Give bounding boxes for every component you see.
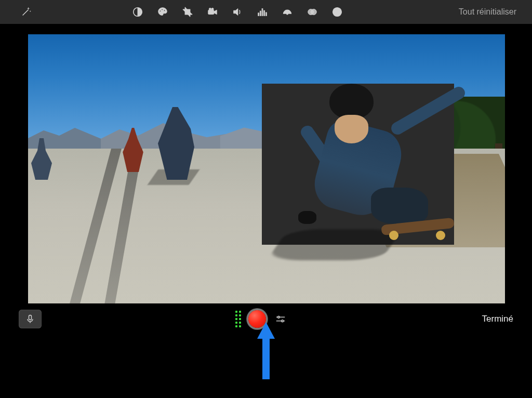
svg-rect-7 bbox=[258, 13, 259, 16]
equalizer-icon[interactable] bbox=[255, 4, 270, 20]
video-preview bbox=[28, 34, 505, 303]
video-editor-viewer: Tout réinitialiser bbox=[0, 0, 532, 398]
svg-point-18 bbox=[278, 316, 280, 319]
svg-point-3 bbox=[164, 10, 165, 11]
svg-point-5 bbox=[209, 8, 211, 10]
crop-icon[interactable] bbox=[180, 4, 195, 20]
svg-rect-8 bbox=[260, 11, 261, 16]
svg-rect-17 bbox=[29, 315, 32, 320]
svg-point-19 bbox=[282, 320, 284, 322]
speaker-icon[interactable] bbox=[230, 4, 245, 20]
overlap-circles-icon[interactable] bbox=[304, 4, 320, 20]
svg-point-6 bbox=[211, 8, 214, 10]
audio-level-icon bbox=[235, 311, 241, 327]
video-camera-icon[interactable] bbox=[205, 4, 220, 20]
svg-rect-9 bbox=[262, 9, 263, 16]
svg-point-16 bbox=[337, 9, 338, 10]
svg-point-14 bbox=[311, 9, 316, 15]
record-button[interactable] bbox=[248, 310, 266, 328]
microphone-button[interactable] bbox=[19, 310, 42, 328]
info-icon[interactable] bbox=[329, 4, 345, 20]
svg-point-1 bbox=[159, 10, 161, 11]
top-toolbar: Tout réinitialiser bbox=[0, 0, 532, 24]
gauge-icon[interactable] bbox=[280, 4, 295, 20]
contrast-icon[interactable] bbox=[130, 4, 145, 20]
svg-point-2 bbox=[162, 9, 163, 10]
magic-wand-icon[interactable] bbox=[18, 4, 34, 20]
svg-rect-11 bbox=[265, 12, 267, 16]
svg-rect-4 bbox=[208, 10, 214, 14]
palette-icon[interactable] bbox=[155, 4, 170, 20]
voiceover-options-button[interactable] bbox=[273, 312, 288, 326]
reset-all-button[interactable]: Tout réinitialiser bbox=[459, 7, 516, 17]
voiceover-controls: Terminé bbox=[19, 307, 513, 331]
svg-point-12 bbox=[287, 14, 288, 15]
svg-rect-10 bbox=[264, 10, 265, 16]
done-button[interactable]: Terminé bbox=[482, 314, 513, 324]
